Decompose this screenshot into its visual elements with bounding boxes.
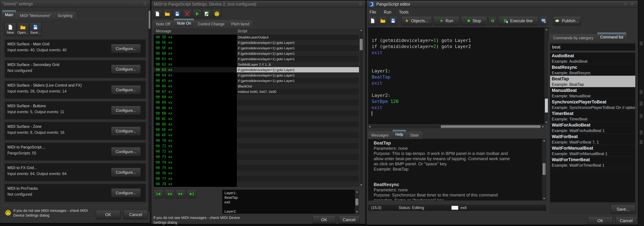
scroll-down-icon[interactable] bbox=[545, 120, 548, 124]
table-row[interactable]: 90 76 xx bbox=[154, 170, 359, 176]
window-button-icon[interactable] bbox=[630, 2, 636, 7]
save-button[interactable]: Save... bbox=[30, 23, 41, 36]
window-button-icon[interactable] bbox=[143, 2, 148, 6]
fast-forward-button[interactable] bbox=[176, 190, 185, 198]
table-row[interactable]: 90 6A xx bbox=[154, 105, 359, 111]
table-row[interactable]: 90 62 xx SetMidiLayer 2 // 1..8. bbox=[154, 62, 359, 67]
save-button[interactable] bbox=[389, 16, 398, 25]
table-row[interactable]: 90 66 xx BlackOut bbox=[154, 84, 359, 89]
command-list-item[interactable]: WaitForBeat Example: WaitForBeat 7, 1 bbox=[550, 134, 635, 145]
table-row[interactable]: 90 77 xx bbox=[154, 176, 359, 182]
scrollbar-thumb[interactable] bbox=[355, 198, 359, 206]
table-row[interactable]: 90 6B xx bbox=[154, 111, 359, 116]
script-preview[interactable]: Layer1: BeatTap exit Layer2: bbox=[222, 190, 359, 214]
run-button[interactable]: Run bbox=[433, 16, 460, 25]
midi-message-tab[interactable]: Note Off bbox=[153, 20, 173, 28]
settings-titlebar[interactable]: "(none)" settings bbox=[0, 0, 150, 8]
new-button[interactable] bbox=[368, 16, 377, 25]
editor-titlebar[interactable]: PangoScript editor bbox=[367, 1, 638, 8]
command-list-item[interactable]: WaitForTimerBeat Example: WaitForTimerBe… bbox=[550, 156, 635, 168]
run-button[interactable] bbox=[192, 10, 201, 18]
menu-run[interactable]: Run bbox=[384, 10, 391, 14]
table-row[interactable]: 90 68 xx bbox=[154, 94, 359, 100]
menu-file[interactable]: File bbox=[370, 10, 376, 14]
table-row[interactable]: 90 65 xx if (getmididevicelayer=1) goto … bbox=[154, 78, 359, 84]
table-row[interactable]: 90 5D xx DisableLaserOutput bbox=[154, 34, 359, 40]
help-scrollbar[interactable] bbox=[542, 139, 546, 200]
configure-button[interactable]: Configure... bbox=[111, 106, 141, 115]
ok-button[interactable]: OK bbox=[588, 216, 613, 225]
settings-tab[interactable]: Scripting bbox=[54, 12, 76, 20]
table-row[interactable]: 90 6D xx bbox=[154, 122, 359, 127]
window-settings-button[interactable] bbox=[540, 16, 548, 25]
table-row[interactable]: 90 73 xx bbox=[154, 154, 359, 160]
table-row[interactable]: 90 61 xx if (getmididevicelayer=1) goto … bbox=[154, 56, 359, 62]
table-row[interactable]: 90 6E xx bbox=[154, 127, 359, 132]
configure-button[interactable]: Configure... bbox=[111, 44, 141, 53]
table-row[interactable]: 90 64 xx if (getmididevicelayer=1) goto … bbox=[154, 72, 359, 78]
table-row[interactable]: 90 69 xx bbox=[154, 100, 359, 105]
configure-button[interactable]: Configure... bbox=[111, 65, 141, 74]
skip-last-button[interactable] bbox=[187, 190, 196, 198]
preview-scrollbar[interactable] bbox=[355, 190, 359, 214]
rewind-button[interactable] bbox=[165, 190, 174, 198]
command-search-input[interactable] bbox=[550, 43, 636, 51]
scroll-up-icon[interactable] bbox=[360, 28, 363, 32]
editor-bottom-tab[interactable]: Messages bbox=[368, 132, 392, 139]
configure-button[interactable]: Configure... bbox=[111, 188, 141, 198]
command-list-item[interactable]: SynchronizePlayerToBeat Example: Synchro… bbox=[550, 99, 635, 110]
scroll-up-icon[interactable] bbox=[545, 28, 548, 32]
objects-button[interactable]: Objects... bbox=[401, 16, 432, 25]
editor-bottom-tab[interactable]: State bbox=[407, 132, 422, 139]
configure-button[interactable]: Configure... bbox=[111, 147, 141, 156]
settings-tab[interactable]: MIDI "Metronome" bbox=[17, 12, 54, 20]
ok-button[interactable]: OK bbox=[96, 210, 120, 219]
scroll-up-icon[interactable] bbox=[542, 139, 546, 143]
table-row[interactable]: 90 67 xx midiout 0x90, 0x67, 0x00 bbox=[154, 89, 359, 94]
command-list-item[interactable]: BeatTap Example: BeatTap bbox=[550, 76, 635, 87]
scroll-down-icon[interactable] bbox=[542, 196, 546, 200]
configure-button[interactable]: Configure... bbox=[111, 168, 141, 177]
configure-button[interactable]: Configure... bbox=[111, 85, 141, 94]
table-row[interactable]: 90 72 xx bbox=[154, 149, 359, 154]
command-list-item[interactable]: WaitForManualBeat Example: WaitForManual… bbox=[550, 145, 635, 156]
command-panel-tab[interactable]: Commands by category bbox=[550, 34, 596, 42]
ok-button[interactable]: OK bbox=[312, 216, 336, 224]
stop-button[interactable]: Stop bbox=[461, 16, 487, 25]
command-panel-tab[interactable]: Command list bbox=[597, 32, 626, 42]
cancel-button[interactable]: Cancel bbox=[124, 210, 148, 219]
scrollbar-thumb[interactable] bbox=[545, 98, 548, 113]
command-list-item[interactable]: AudioBeat Example: AudioBeat bbox=[550, 52, 635, 64]
scroll-down-icon[interactable] bbox=[355, 210, 359, 214]
execute-line-button[interactable]: Execute line bbox=[498, 16, 538, 25]
midi-message-tab[interactable]: Pitch bend bbox=[228, 20, 252, 28]
editor-hscrollbar[interactable] bbox=[368, 125, 545, 128]
settings-scrollbar[interactable] bbox=[148, 9, 151, 212]
settings-tab[interactable]: Main bbox=[2, 10, 16, 20]
table-row[interactable]: 90 70 xx bbox=[154, 138, 359, 143]
menu-tools[interactable]: Tools bbox=[399, 10, 408, 14]
command-list-item[interactable]: WaitForAudioBeat Example: WaitForAudioBe… bbox=[550, 122, 635, 134]
save-button[interactable] bbox=[173, 10, 182, 18]
midi-window-titlebar[interactable]: MIDI to PangoScript Settings. Device 2, … bbox=[152, 1, 366, 8]
window-button-icon[interactable] bbox=[358, 2, 364, 7]
open-button[interactable] bbox=[163, 10, 172, 18]
scroll-left-icon[interactable] bbox=[368, 125, 372, 128]
scroll-up-icon[interactable] bbox=[355, 190, 359, 194]
new-button[interactable] bbox=[153, 10, 162, 18]
table-row[interactable]: 90 75 xx bbox=[154, 165, 359, 170]
window-button-icon[interactable] bbox=[624, 2, 628, 7]
table-scrollbar[interactable] bbox=[359, 28, 363, 187]
publish-button[interactable]: Publish... bbox=[553, 16, 581, 25]
table-row[interactable]: 90 60 xx if (getmididevicelayer=1) goto … bbox=[154, 51, 359, 56]
command-list-item[interactable]: TimerBeat Example: TimerBeat bbox=[550, 110, 635, 122]
midi-message-tab[interactable]: Note On bbox=[174, 19, 194, 28]
command-list-item[interactable]: ManualBeat Example: ManualBeat bbox=[550, 87, 635, 99]
open-button[interactable] bbox=[378, 16, 387, 25]
scrollbar-thumb[interactable] bbox=[542, 163, 546, 175]
configure-button[interactable]: Configure... bbox=[111, 126, 141, 136]
skip-first-button[interactable] bbox=[154, 190, 163, 198]
edit-script-button[interactable] bbox=[202, 10, 211, 18]
help-panel[interactable]: BeatTap Parameters: none Purpose: This i… bbox=[368, 138, 546, 201]
delete-button[interactable] bbox=[183, 10, 192, 18]
